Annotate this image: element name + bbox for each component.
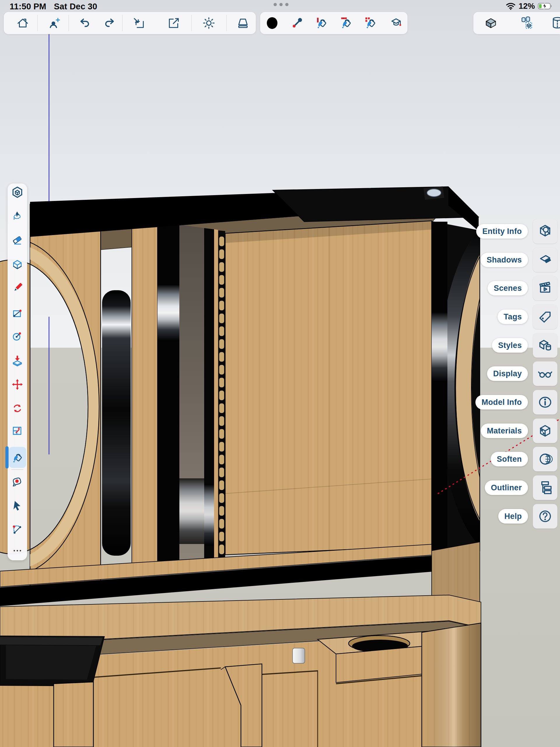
select-arrow-icon	[11, 500, 24, 512]
rectangle-icon	[11, 307, 24, 320]
settings-button[interactable]	[198, 13, 219, 33]
entity-info-label[interactable]: Entity Info	[476, 224, 528, 239]
paint-bucket-single-icon	[315, 16, 328, 30]
toolbar-view-group	[474, 12, 560, 34]
redo-button[interactable]	[99, 13, 120, 33]
toolbar-separator	[226, 15, 227, 31]
tool-rotate[interactable]	[9, 398, 26, 419]
tool-pencil-line[interactable]	[9, 277, 26, 299]
trackpad-button[interactable]	[232, 13, 253, 33]
tool-scale[interactable]	[9, 420, 26, 441]
status-bar: 11:50 PM Sat Dec 30 12%	[0, 0, 560, 12]
eyedropper-button[interactable]	[287, 13, 308, 33]
scale-icon	[11, 425, 24, 437]
shadows-button[interactable]	[533, 248, 557, 272]
export-icon	[167, 16, 181, 30]
help-label[interactable]: Help	[498, 509, 528, 523]
outliner-button[interactable]	[533, 475, 557, 500]
paint-object-button[interactable]	[360, 13, 381, 33]
sketchup-ipad-app: 11:50 PM Sat Dec 30 12%	[0, 0, 560, 747]
palette-divider	[11, 469, 23, 470]
xray-view-button[interactable]	[480, 13, 501, 33]
tool-primitives[interactable]	[9, 254, 26, 275]
display-button[interactable]	[533, 361, 557, 386]
battery-charging-icon	[538, 2, 553, 10]
toolbar-separator	[122, 15, 123, 31]
wifi-icon	[506, 2, 516, 10]
tool-move[interactable]	[9, 374, 26, 395]
tool-eraser[interactable]	[9, 229, 26, 250]
components-icon	[519, 16, 533, 30]
toolbar-paint-group	[260, 12, 407, 34]
solid-tools-icon	[552, 16, 560, 30]
push-pull-icon	[11, 355, 24, 367]
styles-label[interactable]: Styles	[492, 338, 528, 353]
top-frame-roof	[273, 187, 479, 222]
tool-more[interactable]	[9, 540, 26, 561]
shadows-icon	[537, 252, 553, 268]
tool-lasso-select[interactable]	[9, 205, 26, 226]
tool-select[interactable]	[9, 495, 26, 517]
settings-gear-icon	[202, 16, 215, 30]
import-button[interactable]	[128, 13, 149, 33]
tool-circle[interactable]	[9, 326, 26, 346]
styles-button[interactable]	[533, 333, 557, 358]
tape-measure-icon	[11, 475, 24, 488]
add-collaborator-button[interactable]	[44, 13, 65, 33]
more-tools-icon	[11, 545, 24, 557]
rotate-icon	[11, 402, 24, 414]
scenes-button[interactable]	[533, 276, 557, 301]
model-info-button[interactable]	[533, 390, 557, 414]
tool-paint-bucket[interactable]	[9, 447, 26, 468]
undo-icon	[78, 16, 91, 30]
tool-tape-measure[interactable]	[9, 471, 26, 492]
redo-icon	[103, 16, 117, 30]
soften-icon	[537, 451, 553, 467]
styles-icon	[537, 337, 553, 353]
clock-date: Sat Dec 30	[54, 2, 97, 11]
scenes-label[interactable]: Scenes	[488, 281, 528, 295]
model-info-label[interactable]: Model Info	[476, 395, 528, 410]
home-icon	[16, 16, 29, 30]
entity-info-icon	[537, 224, 553, 239]
home-button[interactable]	[12, 13, 33, 33]
modeling-viewport[interactable]	[0, 0, 560, 747]
components-button[interactable]	[516, 13, 537, 33]
soften-label[interactable]: Soften	[490, 452, 528, 466]
materials-label[interactable]: Materials	[481, 423, 528, 438]
toolbar-file-group	[4, 12, 256, 34]
tool-rectangle[interactable]	[9, 303, 26, 324]
undo-button[interactable]	[74, 13, 95, 33]
tags-label[interactable]: Tags	[498, 309, 528, 324]
shadows-label[interactable]: Shadows	[480, 253, 528, 267]
toolbar-separator	[191, 15, 192, 31]
outliner-label[interactable]: Outliner	[485, 481, 528, 495]
tags-button[interactable]	[533, 305, 557, 329]
arc-icon	[11, 523, 24, 536]
entity-info-button[interactable]	[533, 219, 557, 243]
materials-button[interactable]	[533, 418, 557, 443]
paint-adjacent-button[interactable]	[336, 13, 357, 33]
back-wood-sliver	[214, 229, 218, 565]
help-button[interactable]	[533, 504, 557, 529]
active-color-swatch[interactable]	[262, 13, 283, 33]
color-swatch-icon	[265, 16, 279, 30]
solid-tools-button[interactable]	[549, 13, 560, 33]
left-porthole-ring	[102, 290, 131, 556]
outliner-icon	[537, 480, 553, 495]
tool-toolbox[interactable]	[9, 182, 26, 203]
toolbox-icon	[11, 186, 24, 198]
instructor-button[interactable]	[386, 13, 407, 33]
tool-palette	[7, 183, 27, 560]
export-button[interactable]	[163, 13, 184, 33]
clock-time: 11:50 PM	[9, 2, 46, 11]
multitasking-dots[interactable]	[274, 3, 288, 6]
instructor-icon	[389, 16, 403, 30]
soften-button[interactable]	[533, 447, 557, 471]
tool-arc[interactable]	[9, 519, 26, 540]
display-label[interactable]: Display	[487, 366, 528, 381]
tool-push-pull[interactable]	[9, 350, 26, 371]
divider-wood-strip	[132, 224, 157, 571]
model-info-icon	[537, 394, 553, 410]
paint-single-button[interactable]	[311, 13, 332, 33]
